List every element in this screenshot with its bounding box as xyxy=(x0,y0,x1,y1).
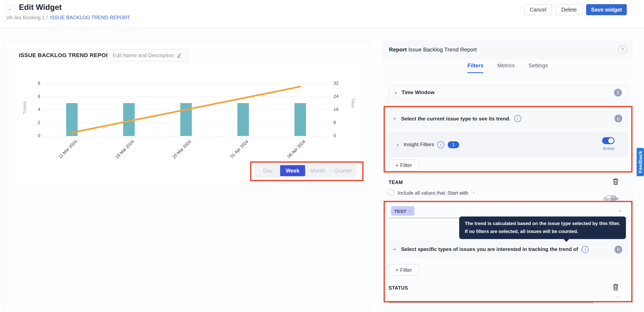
tab-filters[interactable]: Filters xyxy=(467,62,484,73)
info-icon[interactable]: i xyxy=(514,115,521,122)
breadcrumb-parent[interactable]: VA Jira Booking 1 / xyxy=(6,15,47,21)
chevron-right-icon: › xyxy=(395,90,397,95)
report-settings-panel xyxy=(382,40,633,312)
back-button[interactable]: ← xyxy=(6,4,15,13)
tab-settings[interactable]: Settings xyxy=(528,62,548,73)
insight-filters-box[interactable]: › Insight Filters i 1 xyxy=(388,132,628,158)
edit-widget-page: ← Edit Widget VA Jira Booking 1 / ISSUE … xyxy=(0,0,644,312)
granularity-week-button[interactable]: Week xyxy=(280,165,305,176)
tab-metrics[interactable]: Metrics xyxy=(498,62,514,73)
granularity-switcher: Day Week Month Quarter xyxy=(255,165,356,177)
panel-title-value: Issue Backlog Trend Report xyxy=(408,46,477,52)
chevron-right-icon: › xyxy=(397,142,399,148)
add-filter-button-tracking[interactable]: + Filter xyxy=(388,264,419,276)
issue-type-badge: 0 xyxy=(614,114,622,122)
tracking-section-header[interactable]: › Select specific types of issues you ar… xyxy=(388,240,628,258)
operator-select-value[interactable]: Start with xyxy=(448,190,468,196)
exclude-toggle-label: Exclude xyxy=(600,196,622,201)
insight-filters-active-toggle[interactable] xyxy=(602,137,614,144)
include-all-checkbox[interactable] xyxy=(388,190,394,196)
edit-name-description-button[interactable]: Edit Name and Description xyxy=(107,49,188,61)
granularity-month-button[interactable]: Month xyxy=(305,165,330,176)
time-window-label: Time Window xyxy=(402,90,434,95)
granularity-day-button[interactable]: Day xyxy=(256,165,280,176)
trash-icon[interactable] xyxy=(612,283,619,291)
panel-title-label: Report xyxy=(389,46,407,52)
tooltip-line-1: The trend is calculated based on the iss… xyxy=(465,220,620,228)
edit-name-label: Edit Name and Description xyxy=(113,52,174,58)
top-header: ← Edit Widget VA Jira Booking 1 / ISSUE … xyxy=(0,0,644,28)
chevron-down-icon: › xyxy=(392,248,398,250)
tracking-section-label: Select specific types of issues you are … xyxy=(401,246,578,252)
help-icon[interactable]: ? xyxy=(618,45,627,54)
time-window-section[interactable]: › Time Window 2 xyxy=(388,85,628,100)
tooltip-arrow xyxy=(562,237,571,242)
cancel-button[interactable]: Cancel xyxy=(524,4,552,15)
breadcrumb: VA Jira Booking 1 / ISSUE BACKLOG TREND … xyxy=(6,15,130,21)
status-filter-label: STATUS xyxy=(388,285,408,291)
chevron-down-icon: › xyxy=(392,118,398,120)
breadcrumb-current[interactable]: ISSUE BACKLOG TREND REPORT xyxy=(50,15,130,21)
panel-tabs: Filters Metrics Settings xyxy=(382,62,633,73)
add-filter-button-issue-type[interactable]: + Filter xyxy=(388,159,419,171)
tooltip-line-2: If no filters are selected, all issues w… xyxy=(465,228,620,235)
operator-dropdown-chevron-icon[interactable]: › xyxy=(472,192,476,194)
include-all-label: Include all values that : xyxy=(398,190,448,196)
granularity-quarter-button[interactable]: Quarter xyxy=(330,165,355,176)
left-axis-title: Tickets xyxy=(22,98,27,114)
back-arrow-icon: ← xyxy=(8,6,13,12)
insight-filters-label: Insight Filters xyxy=(404,142,434,148)
active-toggle-label: Active xyxy=(600,146,618,151)
horizontal-scrollbar[interactable] xyxy=(388,301,594,303)
feedback-tab[interactable]: Feedback xyxy=(637,148,644,176)
info-icon[interactable]: i xyxy=(582,246,588,253)
widget-title: ISSUE BACKLOG TREND REPORT xyxy=(19,52,114,58)
info-icon[interactable]: i xyxy=(438,141,444,148)
right-axis-title: Days xyxy=(351,99,356,113)
team-filter-label: TEAM xyxy=(388,180,403,185)
chip-label: TEST xyxy=(394,208,406,214)
delete-button[interactable]: Delete xyxy=(555,4,583,15)
issue-type-section-label: Select the current issue type to see its… xyxy=(401,116,510,122)
chip-remove-icon[interactable]: × xyxy=(408,208,411,214)
save-widget-button[interactable]: Save widget xyxy=(586,4,627,15)
time-window-badge: 2 xyxy=(614,88,622,96)
issue-type-section-header[interactable]: › Select the current issue type to see i… xyxy=(388,109,628,128)
insight-filters-badge: 1 xyxy=(448,141,459,148)
tracking-badge: 0 xyxy=(614,246,622,253)
filter-tooltip: The trend is calculated based on the iss… xyxy=(459,216,626,239)
trash-icon[interactable] xyxy=(612,178,619,185)
status-dropdown-chevron-icon[interactable]: › xyxy=(615,296,621,298)
team-dropdown-chevron-icon[interactable]: › xyxy=(618,210,623,212)
panel-title: Report Issue Backlog Trend Report xyxy=(389,46,477,52)
pencil-icon xyxy=(177,52,182,58)
team-value-chip[interactable]: TEST × xyxy=(391,206,414,216)
page-title: Edit Widget xyxy=(19,3,62,12)
